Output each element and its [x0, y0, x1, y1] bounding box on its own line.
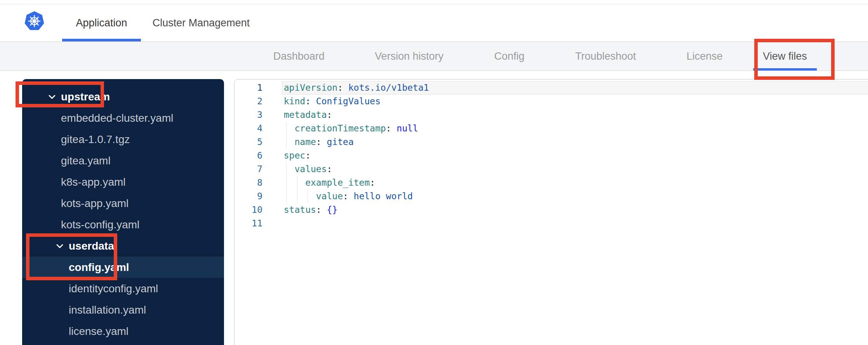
subnav-tab-label: View files [763, 50, 807, 62]
tab-label: Cluster Management [153, 17, 250, 29]
file-tree-item-installation-yaml[interactable]: installation.yaml [22, 299, 224, 321]
line-number: 11 [234, 217, 262, 230]
file-tree-item-license-yaml[interactable]: license.yaml [22, 321, 224, 342]
subnav-tab-view-files[interactable]: View files [763, 42, 807, 71]
file-tree-item-k8s-app-yaml[interactable]: k8s-app.yaml [22, 171, 224, 193]
file-tree-item-kots-config-yaml[interactable]: kots-config.yaml [22, 214, 224, 235]
file-tree-item-embedded-cluster-yaml[interactable]: embedded-cluster.yaml [22, 107, 224, 129]
code-text [262, 217, 868, 230]
window-top-divider [0, 4, 868, 4]
code-text: metadata: [262, 108, 868, 122]
code-line: 3metadata: [234, 108, 868, 122]
subnav-tab-version-history[interactable]: Version history [375, 42, 443, 71]
line-number: 7 [234, 162, 262, 176]
subnav-tab-license[interactable]: License [686, 42, 722, 71]
code-line: 8 example_item: [234, 176, 868, 190]
kubernetes-logo [24, 11, 45, 31]
code-line: 7 values: [234, 162, 868, 176]
file-tree-item-gitea-1-0-7-tgz[interactable]: gitea-1.0.7.tgz [22, 129, 224, 150]
subnav-tab-label: Dashboard [273, 50, 325, 62]
folder-name: upstream [61, 91, 110, 103]
file-tree-item-userdata[interactable]: userdata [22, 235, 224, 257]
line-number: 9 [234, 190, 262, 203]
code-text: example_item: [262, 176, 868, 190]
line-number: 1 [234, 81, 262, 95]
file-tree-item-kots-app-yaml[interactable]: kots-app.yaml [22, 193, 224, 214]
tab-cluster-management[interactable]: Cluster Management [151, 4, 252, 41]
line-number: 2 [234, 95, 262, 108]
file-name: gitea-1.0.7.tgz [61, 133, 130, 146]
active-subtab-underline [753, 68, 817, 71]
subnav-tab-config[interactable]: Config [494, 42, 524, 71]
subnav-tab-troubleshoot[interactable]: Troubleshoot [575, 42, 636, 71]
file-name: embedded-cluster.yaml [61, 112, 173, 124]
file-name: installation.yaml [69, 304, 146, 316]
file-tree-item-gitea-yaml[interactable]: gitea.yaml [22, 150, 224, 171]
file-tree-item-config-yaml[interactable]: config.yaml [22, 257, 224, 278]
subnav-tab-label: Troubleshoot [575, 50, 636, 62]
file-tree-item-identityconfig-yaml[interactable]: identityconfig.yaml [22, 278, 224, 299]
chevron-down-icon [56, 243, 64, 248]
file-tree-sidebar: upstreamembedded-cluster.yamlgitea-1.0.7… [22, 79, 224, 345]
code-text: name: gitea [262, 135, 868, 149]
tab-application[interactable]: Application [62, 4, 141, 41]
folder-name: userdata [69, 240, 114, 252]
code-text: kind: ConfigValues [262, 95, 868, 108]
active-tab-underline [62, 39, 141, 41]
code-line: 6spec: [234, 149, 868, 162]
code-text: apiVersion: kots.io/v1beta1 [262, 81, 868, 95]
chevron-down-icon [48, 94, 56, 99]
file-name: k8s-app.yaml [61, 176, 126, 188]
file-name: identityconfig.yaml [69, 283, 158, 295]
file-name: license.yaml [69, 325, 128, 338]
code-text: value: hello world [262, 190, 868, 203]
code-line: 2kind: ConfigValues [234, 95, 868, 108]
line-number: 10 [234, 203, 262, 217]
top-navbar: ApplicationCluster Management [0, 0, 868, 42]
subnav-tab-dashboard[interactable]: Dashboard [273, 42, 325, 71]
file-name: kots-app.yaml [61, 197, 128, 210]
yaml-file-viewer[interactable]: 1apiVersion: kots.io/v1beta12kind: Confi… [234, 79, 868, 345]
line-number: 5 [234, 135, 262, 149]
subnav-tab-label: Config [494, 50, 524, 62]
code-line: 10status: {} [234, 203, 868, 217]
code-line: 9 value: hello world [234, 190, 868, 203]
subnav-tab-label: License [686, 50, 722, 62]
code-text: spec: [262, 149, 868, 162]
code-line: 5 name: gitea [234, 135, 868, 149]
file-name: kots-config.yaml [61, 219, 139, 231]
line-number: 6 [234, 149, 262, 162]
code-text: values: [262, 162, 868, 176]
file-name: gitea.yaml [61, 155, 111, 167]
tab-label: Application [76, 17, 127, 29]
code-text: creationTimestamp: null [262, 122, 868, 135]
file-tree-item-upstream[interactable]: upstream [22, 86, 224, 107]
code-line: 11 [234, 217, 868, 230]
line-number: 3 [234, 108, 262, 122]
code-text: status: {} [262, 203, 868, 217]
subnav-tab-label: Version history [375, 50, 443, 62]
app-subnav: DashboardVersion historyConfigTroublesho… [0, 42, 868, 71]
line-number: 4 [234, 122, 262, 135]
line-number: 8 [234, 176, 262, 190]
file-name: config.yaml [69, 261, 129, 274]
code-line: 4 creationTimestamp: null [234, 122, 868, 135]
code-line: 1apiVersion: kots.io/v1beta1 [234, 81, 868, 95]
